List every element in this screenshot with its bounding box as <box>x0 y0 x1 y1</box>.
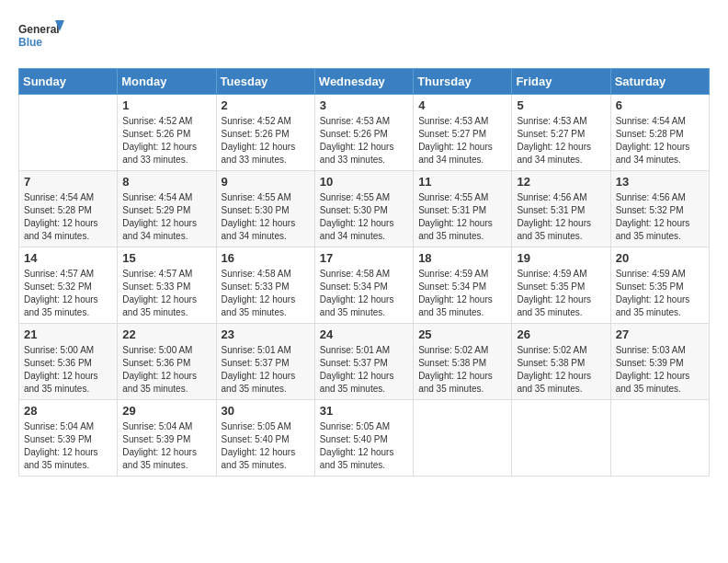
day-number: 17 <box>320 251 408 265</box>
calendar-cell: 8Sunrise: 4:54 AMSunset: 5:29 PMDaylight… <box>118 171 216 247</box>
day-number: 8 <box>122 175 210 189</box>
calendar-cell: 13Sunrise: 4:56 AMSunset: 5:32 PMDayligh… <box>610 171 709 247</box>
day-info: Sunrise: 5:02 AMSunset: 5:38 PMDaylight:… <box>517 344 605 396</box>
calendar-week-row: 28Sunrise: 5:04 AMSunset: 5:39 PMDayligh… <box>19 400 710 477</box>
calendar-cell: 12Sunrise: 4:56 AMSunset: 5:31 PMDayligh… <box>512 171 610 247</box>
day-info: Sunrise: 4:58 AMSunset: 5:33 PMDaylight:… <box>222 268 310 319</box>
day-info: Sunrise: 5:02 AMSunset: 5:38 PMDaylight:… <box>418 344 506 396</box>
calendar-cell: 27Sunrise: 5:03 AMSunset: 5:39 PMDayligh… <box>610 324 709 400</box>
calendar-cell: 21Sunrise: 5:00 AMSunset: 5:36 PMDayligh… <box>19 324 118 400</box>
day-info: Sunrise: 4:54 AMSunset: 5:28 PMDaylight:… <box>616 115 704 167</box>
calendar-cell: 29Sunrise: 5:04 AMSunset: 5:39 PMDayligh… <box>118 400 216 477</box>
day-info: Sunrise: 4:52 AMSunset: 5:26 PMDaylight:… <box>222 115 310 167</box>
calendar-cell <box>512 400 610 477</box>
day-info: Sunrise: 4:55 AMSunset: 5:31 PMDaylight:… <box>418 191 506 243</box>
day-info: Sunrise: 4:57 AMSunset: 5:32 PMDaylight:… <box>24 268 112 319</box>
day-info: Sunrise: 4:59 AMSunset: 5:35 PMDaylight:… <box>517 268 605 319</box>
calendar-week-row: 14Sunrise: 4:57 AMSunset: 5:32 PMDayligh… <box>19 247 710 324</box>
calendar-week-row: 1Sunrise: 4:52 AMSunset: 5:26 PMDaylight… <box>19 95 710 171</box>
day-info: Sunrise: 5:04 AMSunset: 5:39 PMDaylight:… <box>24 420 112 472</box>
logo-svg: General Blue <box>18 18 64 53</box>
calendar-cell: 18Sunrise: 4:59 AMSunset: 5:34 PMDayligh… <box>414 247 512 324</box>
logo: General Blue <box>18 18 64 53</box>
calendar-cell: 28Sunrise: 5:04 AMSunset: 5:39 PMDayligh… <box>19 400 118 477</box>
day-number: 31 <box>320 404 408 418</box>
calendar-cell: 20Sunrise: 4:59 AMSunset: 5:35 PMDayligh… <box>610 247 709 324</box>
page-header: General Blue <box>18 18 710 53</box>
day-number: 12 <box>517 175 605 189</box>
day-number: 1 <box>122 98 210 112</box>
day-info: Sunrise: 4:53 AMSunset: 5:26 PMDaylight:… <box>320 115 408 167</box>
calendar-cell: 10Sunrise: 4:55 AMSunset: 5:30 PMDayligh… <box>314 171 413 247</box>
day-info: Sunrise: 4:53 AMSunset: 5:27 PMDaylight:… <box>517 115 605 167</box>
day-info: Sunrise: 4:55 AMSunset: 5:30 PMDaylight:… <box>222 191 310 243</box>
calendar-cell: 4Sunrise: 4:53 AMSunset: 5:27 PMDaylight… <box>414 95 512 171</box>
day-number: 28 <box>24 404 112 418</box>
weekday-header: Friday <box>512 69 610 95</box>
calendar-cell: 31Sunrise: 5:05 AMSunset: 5:40 PMDayligh… <box>314 400 413 477</box>
day-number: 4 <box>418 98 506 112</box>
day-number: 19 <box>517 251 605 265</box>
weekday-header: Monday <box>118 69 216 95</box>
calendar-cell: 14Sunrise: 4:57 AMSunset: 5:32 PMDayligh… <box>19 247 118 324</box>
day-number: 29 <box>122 404 210 418</box>
day-number: 10 <box>320 175 408 189</box>
calendar-cell: 15Sunrise: 4:57 AMSunset: 5:33 PMDayligh… <box>118 247 216 324</box>
day-number: 5 <box>517 98 605 112</box>
weekday-header: Saturday <box>610 69 709 95</box>
day-info: Sunrise: 4:54 AMSunset: 5:28 PMDaylight:… <box>24 191 112 243</box>
day-info: Sunrise: 5:03 AMSunset: 5:39 PMDaylight:… <box>616 344 704 396</box>
day-info: Sunrise: 4:56 AMSunset: 5:31 PMDaylight:… <box>517 191 605 243</box>
calendar-header-row: SundayMondayTuesdayWednesdayThursdayFrid… <box>19 69 710 95</box>
day-number: 6 <box>616 98 704 112</box>
day-number: 7 <box>24 175 112 189</box>
weekday-header: Thursday <box>414 69 512 95</box>
day-number: 18 <box>418 251 506 265</box>
day-info: Sunrise: 4:59 AMSunset: 5:35 PMDaylight:… <box>616 268 704 319</box>
day-number: 23 <box>222 327 310 341</box>
day-info: Sunrise: 5:05 AMSunset: 5:40 PMDaylight:… <box>320 420 408 472</box>
day-number: 26 <box>517 327 605 341</box>
day-number: 20 <box>616 251 704 265</box>
day-info: Sunrise: 4:56 AMSunset: 5:32 PMDaylight:… <box>616 191 704 243</box>
day-number: 15 <box>122 251 210 265</box>
calendar-cell: 7Sunrise: 4:54 AMSunset: 5:28 PMDaylight… <box>19 171 118 247</box>
calendar-cell: 22Sunrise: 5:00 AMSunset: 5:36 PMDayligh… <box>118 324 216 400</box>
calendar-cell: 9Sunrise: 4:55 AMSunset: 5:30 PMDaylight… <box>216 171 314 247</box>
calendar-table: SundayMondayTuesdayWednesdayThursdayFrid… <box>18 68 710 477</box>
day-number: 27 <box>616 327 704 341</box>
day-number: 14 <box>24 251 112 265</box>
day-info: Sunrise: 5:00 AMSunset: 5:36 PMDaylight:… <box>24 344 112 396</box>
day-info: Sunrise: 4:57 AMSunset: 5:33 PMDaylight:… <box>122 268 210 319</box>
calendar-cell: 16Sunrise: 4:58 AMSunset: 5:33 PMDayligh… <box>216 247 314 324</box>
calendar-cell: 24Sunrise: 5:01 AMSunset: 5:37 PMDayligh… <box>314 324 413 400</box>
weekday-header: Wednesday <box>314 69 413 95</box>
day-info: Sunrise: 4:52 AMSunset: 5:26 PMDaylight:… <box>122 115 210 167</box>
calendar-cell <box>19 95 118 171</box>
day-number: 2 <box>222 98 310 112</box>
weekday-header: Tuesday <box>216 69 314 95</box>
weekday-header: Sunday <box>19 69 118 95</box>
calendar-cell <box>414 400 512 477</box>
calendar-cell <box>610 400 709 477</box>
day-info: Sunrise: 4:53 AMSunset: 5:27 PMDaylight:… <box>418 115 506 167</box>
svg-text:Blue: Blue <box>18 36 42 49</box>
calendar-cell: 2Sunrise: 4:52 AMSunset: 5:26 PMDaylight… <box>216 95 314 171</box>
day-number: 11 <box>418 175 506 189</box>
day-number: 25 <box>418 327 506 341</box>
day-number: 21 <box>24 327 112 341</box>
calendar-cell: 30Sunrise: 5:05 AMSunset: 5:40 PMDayligh… <box>216 400 314 477</box>
calendar-cell: 1Sunrise: 4:52 AMSunset: 5:26 PMDaylight… <box>118 95 216 171</box>
day-number: 30 <box>222 404 310 418</box>
day-info: Sunrise: 4:54 AMSunset: 5:29 PMDaylight:… <box>122 191 210 243</box>
day-number: 16 <box>222 251 310 265</box>
day-info: Sunrise: 4:55 AMSunset: 5:30 PMDaylight:… <box>320 191 408 243</box>
calendar-cell: 19Sunrise: 4:59 AMSunset: 5:35 PMDayligh… <box>512 247 610 324</box>
svg-text:General: General <box>18 23 60 36</box>
calendar-cell: 6Sunrise: 4:54 AMSunset: 5:28 PMDaylight… <box>610 95 709 171</box>
calendar-week-row: 7Sunrise: 4:54 AMSunset: 5:28 PMDaylight… <box>19 171 710 247</box>
calendar-cell: 17Sunrise: 4:58 AMSunset: 5:34 PMDayligh… <box>314 247 413 324</box>
day-info: Sunrise: 4:59 AMSunset: 5:34 PMDaylight:… <box>418 268 506 319</box>
day-number: 13 <box>616 175 704 189</box>
day-info: Sunrise: 5:00 AMSunset: 5:36 PMDaylight:… <box>122 344 210 396</box>
